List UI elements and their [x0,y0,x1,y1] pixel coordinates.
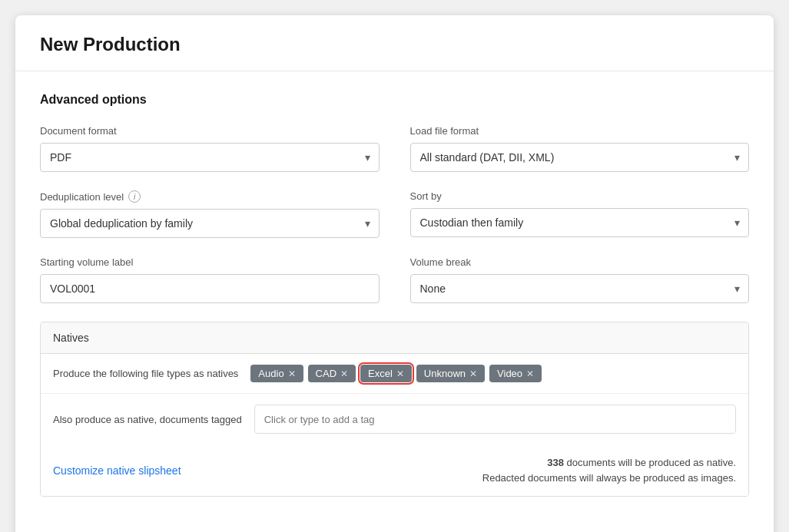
sort-by-label: Sort by [410,190,750,202]
sort-by-select[interactable]: Custodian then family Date None [410,208,750,237]
volume-break-select-wrapper: None 1 GB 5 GB 10 GB [410,274,750,303]
page-container: New Production Advanced options Document… [15,15,774,532]
form-grid: Document format PDF TIFF Native Load fil… [40,125,749,303]
file-types-tags-container: Audio ✕ CAD ✕ Excel ✕ Unknown [250,365,736,382]
natives-body: Produce the following file types as nati… [41,354,748,444]
tag-video-label: Video [497,368,522,379]
tag-excel: Excel ✕ [360,365,412,382]
footer-note-text: documents will be produced as native. [567,457,736,468]
footer-note-sub: Redacted documents will always be produc… [482,472,736,484]
file-types-row: Produce the following file types as nati… [41,354,748,394]
document-format-label: Document format [40,125,380,137]
document-format-select-wrapper: PDF TIFF Native [40,143,380,172]
starting-volume-label-group: Starting volume label [40,256,380,303]
tag-video: Video ✕ [489,365,542,382]
tag-audio-label: Audio [258,368,283,379]
also-produce-label: Also produce as native, documents tagged [53,414,242,425]
tag-cad: CAD ✕ [308,365,356,382]
sort-by-select-wrapper: Custodian then family Date None [410,208,750,237]
file-types-label: Produce the following file types as nati… [53,368,238,379]
load-file-format-group: Load file format All standard (DAT, DII,… [410,125,750,172]
volume-break-group: Volume break None 1 GB 5 GB 10 GB [410,256,750,303]
tag-audio-remove[interactable]: ✕ [288,368,296,379]
deduplication-level-select-wrapper: Global deduplication by family Custodian… [40,209,380,238]
deduplication-info-icon[interactable]: i [128,190,141,203]
natives-section: Natives Produce the following file types… [40,322,749,497]
tag-cad-label: CAD [316,368,336,379]
load-file-format-label: Load file format [410,125,750,137]
tag-cad-remove[interactable]: ✕ [340,368,348,379]
document-format-select[interactable]: PDF TIFF Native [40,143,380,172]
also-produce-input[interactable] [264,414,726,425]
tag-audio: Audio ✕ [250,365,303,382]
also-produce-input-wrapper[interactable] [254,405,736,434]
sort-by-group: Sort by Custodian then family Date None [410,190,750,238]
natives-footer: Customize native slipsheet 338 documents… [41,444,748,496]
also-produce-row: Also produce as native, documents tagged [41,394,748,444]
natives-header: Natives [41,322,748,354]
tag-unknown-label: Unknown [424,368,466,379]
section-title: Advanced options [40,93,749,107]
deduplication-level-group: Deduplication level i Global deduplicati… [40,190,380,238]
tag-excel-remove[interactable]: ✕ [396,368,404,379]
tag-unknown-remove[interactable]: ✕ [469,368,477,379]
volume-break-select[interactable]: None 1 GB 5 GB 10 GB [410,274,750,303]
deduplication-level-select[interactable]: Global deduplication by family Custodian… [40,209,380,238]
load-file-format-select-wrapper: All standard (DAT, DII, XML) DAT DII XML [410,143,750,172]
content-area: Advanced options Document format PDF TIF… [15,71,774,518]
load-file-format-select[interactable]: All standard (DAT, DII, XML) DAT DII XML [410,143,750,172]
tag-unknown: Unknown ✕ [416,365,485,382]
footer-note-count: 338 [547,457,564,468]
customize-native-slipsheet-link[interactable]: Customize native slipsheet [53,464,181,477]
tag-excel-label: Excel [368,368,393,379]
deduplication-level-label: Deduplication level i [40,190,380,203]
starting-volume-label-input[interactable] [40,274,380,303]
volume-break-label: Volume break [410,256,750,268]
page-title: New Production [40,34,749,55]
starting-volume-label-label: Starting volume label [40,256,380,268]
page-header: New Production [15,15,774,71]
footer-note: 338 documents will be produced as native… [482,455,736,485]
document-format-group: Document format PDF TIFF Native [40,125,380,172]
tag-video-remove[interactable]: ✕ [526,368,534,379]
